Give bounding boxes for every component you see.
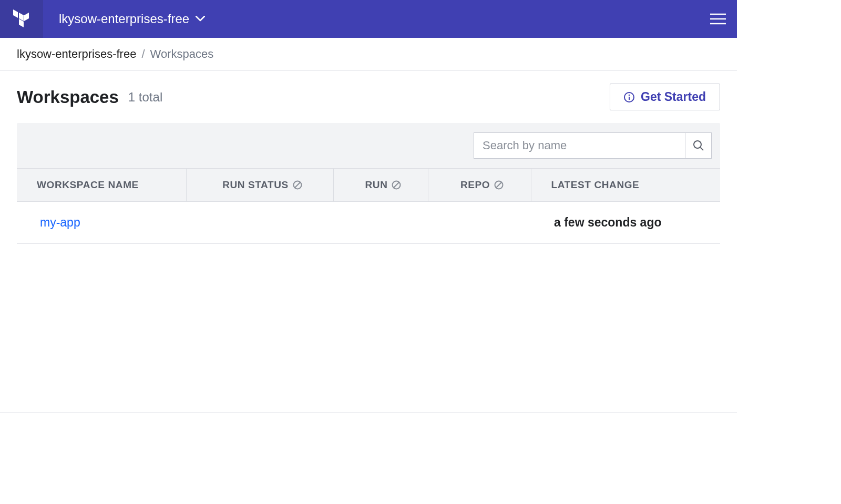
no-filter-icon	[494, 180, 504, 190]
search-icon	[693, 140, 704, 151]
workspace-count: 1 total	[128, 90, 162, 105]
svg-line-11	[394, 182, 399, 188]
search-button[interactable]	[685, 132, 712, 159]
breadcrumb-org[interactable]: lkysow-enterprises-free	[17, 47, 136, 61]
table-row[interactable]: my-app a few seconds ago	[17, 202, 720, 244]
workspaces-table: WORKSPACE NAME RUN STATUS RUN	[17, 168, 720, 244]
col-header-name[interactable]: WORKSPACE NAME	[17, 169, 186, 202]
cell-repo	[428, 202, 531, 244]
footer-separator	[0, 412, 737, 413]
svg-point-6	[694, 141, 701, 148]
search-bar	[17, 123, 720, 168]
search-input[interactable]	[474, 132, 685, 159]
workspace-link[interactable]: my-app	[40, 215, 80, 229]
get-started-label: Get Started	[641, 90, 706, 104]
no-filter-icon	[293, 180, 302, 190]
top-nav: lkysow-enterprises-free	[0, 0, 737, 38]
cell-run-status	[186, 202, 333, 244]
svg-line-9	[295, 182, 300, 188]
cell-run	[333, 202, 428, 244]
info-icon	[624, 92, 634, 102]
org-name: lkysow-enterprises-free	[59, 12, 189, 26]
breadcrumb-current: Workspaces	[150, 47, 214, 61]
svg-line-13	[496, 182, 501, 188]
page-title: Workspaces	[17, 87, 119, 107]
col-header-latest-change[interactable]: LATEST CHANGE	[531, 169, 720, 202]
breadcrumb-separator: /	[141, 47, 145, 61]
menu-button[interactable]	[699, 0, 737, 38]
chevron-down-icon	[196, 16, 205, 22]
col-header-run[interactable]: RUN	[333, 169, 428, 202]
terraform-icon	[13, 9, 30, 28]
svg-line-7	[700, 148, 703, 151]
breadcrumb: lkysow-enterprises-free / Workspaces	[0, 38, 737, 71]
hamburger-icon	[710, 13, 726, 25]
org-switcher[interactable]: lkysow-enterprises-free	[43, 0, 221, 38]
no-filter-icon	[392, 180, 401, 190]
svg-point-4	[629, 94, 630, 96]
col-header-run-status[interactable]: RUN STATUS	[186, 169, 333, 202]
cell-latest-change: a few seconds ago	[554, 215, 662, 229]
col-header-repo[interactable]: REPO	[428, 169, 531, 202]
logo[interactable]	[0, 0, 43, 38]
get-started-button[interactable]: Get Started	[610, 84, 720, 110]
